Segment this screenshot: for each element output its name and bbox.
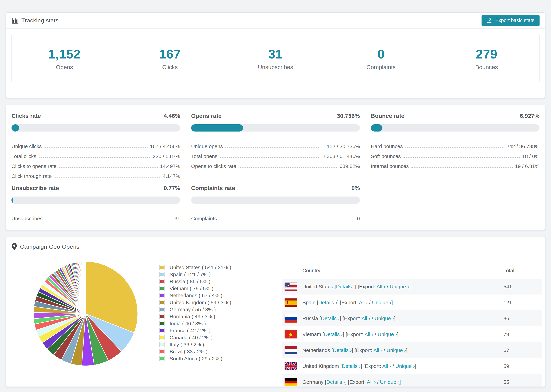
rate-row-value: 18 / 0% bbox=[522, 154, 540, 159]
rate-card-header: Unsubscribe rate 0.77% bbox=[11, 185, 180, 191]
details-link[interactable]: Details › bbox=[333, 347, 352, 353]
legend-item-spain[interactable]: Spain ( 121 / 7% ) bbox=[159, 271, 231, 278]
rate-card-header: Opens rate 30.736% bbox=[191, 112, 360, 119]
legend-item-vietnam[interactable]: Vietnam ( 79 / 5% ) bbox=[159, 285, 231, 292]
export-all-link[interactable]: All › bbox=[365, 331, 373, 337]
rate-row: Soft bounces 18 / 0% bbox=[371, 149, 540, 159]
flag-us-icon bbox=[285, 283, 297, 291]
stat-value: 1,152 bbox=[48, 47, 81, 61]
legend-item-russia[interactable]: Russia ( 86 / 5% ) bbox=[159, 278, 231, 285]
geo-table-row-gb: United Kingdom [Details ›] [Export: All … bbox=[282, 358, 542, 374]
legend-item-france[interactable]: France ( 42 / 2% ) bbox=[159, 327, 231, 334]
export-unique-link[interactable]: Unique › bbox=[387, 347, 406, 353]
export-all-link[interactable]: All › bbox=[373, 347, 382, 353]
export-all-link[interactable]: All › bbox=[367, 379, 376, 385]
rate-row-label: Complaints bbox=[191, 216, 217, 222]
rate-card-header: Clicks rate 4.46% bbox=[11, 112, 180, 119]
legend-swatch bbox=[159, 293, 165, 298]
export-all-link[interactable]: All › bbox=[377, 284, 386, 289]
stat-label: Clicks bbox=[162, 64, 178, 70]
rate-card-header: Complaints rate 0% bbox=[191, 185, 360, 191]
details-link[interactable]: Details › bbox=[326, 379, 345, 385]
stat-cell-bounces: 279 Bounces bbox=[434, 34, 539, 83]
tracking-stats-title: Tracking stats bbox=[21, 17, 58, 24]
details-link[interactable]: Details › bbox=[318, 300, 337, 305]
rate-card-value: 30.736% bbox=[337, 112, 360, 119]
rate-progress-fill bbox=[11, 196, 13, 204]
export-all-link[interactable]: All › bbox=[359, 300, 368, 305]
stat-value: 167 bbox=[159, 47, 181, 61]
campaign-geo-opens-card: Campaign Geo Opens United States ( 541 /… bbox=[6, 237, 545, 387]
dotted-leader bbox=[220, 157, 320, 158]
country-cell: United Kingdom [Details ›] [Export: All … bbox=[302, 363, 416, 369]
export-unique-link[interactable]: Unique › bbox=[372, 300, 391, 305]
details-link[interactable]: Details › bbox=[321, 315, 340, 321]
legend-label: India ( 46 / 3% ) bbox=[170, 321, 206, 327]
dotted-leader bbox=[45, 220, 172, 220]
country-cell: United States [Details ›] [Export: All ›… bbox=[302, 284, 410, 290]
rate-rows: Unique clicks 167 / 4.456% Total clicks … bbox=[11, 139, 180, 179]
export-all-link[interactable]: All › bbox=[361, 315, 370, 321]
export-unique-link[interactable]: Unique › bbox=[378, 331, 397, 337]
rate-row-label: Unique clicks bbox=[11, 143, 42, 149]
country-cell: Vietnam [Details ›] [Export: All › / Uni… bbox=[302, 331, 398, 337]
legend-swatch bbox=[159, 321, 165, 326]
export-unique-link[interactable]: Unique › bbox=[390, 284, 409, 289]
rate-card-value: 4.46% bbox=[164, 112, 180, 119]
rate-card-title: Unsubscribe rate bbox=[11, 185, 59, 191]
export-unique-link[interactable]: Unique › bbox=[380, 379, 399, 385]
legend-label: Brazil ( 33 / 2% ) bbox=[170, 349, 208, 355]
legend-item-united-kingdom[interactable]: United Kingdom ( 59 / 3% ) bbox=[159, 299, 231, 306]
legend-item-india[interactable]: India ( 46 / 3% ) bbox=[159, 320, 231, 327]
rate-card-title: Bounce rate bbox=[371, 112, 404, 119]
stat-cell-clicks: 167 Clicks bbox=[117, 34, 223, 83]
dotted-leader bbox=[239, 167, 337, 168]
legend-label: Vietnam ( 79 / 5% ) bbox=[170, 286, 213, 291]
stat-label: Complaints bbox=[367, 64, 396, 70]
details-link[interactable]: Details › bbox=[324, 331, 343, 337]
rate-row: Unique clicks 167 / 4.456% bbox=[11, 139, 180, 149]
dotted-leader bbox=[44, 147, 148, 148]
legend-swatch bbox=[159, 265, 165, 270]
rate-progress-track bbox=[11, 124, 180, 132]
rate-row-label: Hard bounces bbox=[371, 143, 403, 149]
map-marker-icon bbox=[11, 243, 17, 250]
geo-pie-legend: United States ( 541 / 31% ) Spain ( 121 … bbox=[159, 264, 231, 362]
legend-item-romania[interactable]: Romania ( 49 / 3% ) bbox=[159, 313, 231, 320]
legend-item-south-africa[interactable]: South Africa ( 29 / 2% ) bbox=[159, 355, 231, 362]
rate-card-value: 6.927% bbox=[520, 112, 540, 119]
export-basic-stats-button[interactable]: Export basic stats bbox=[481, 15, 540, 26]
rate-row-label: Total opens bbox=[191, 154, 217, 159]
legend-item-germany[interactable]: Germany ( 55 / 3% ) bbox=[159, 306, 231, 313]
stats-summary-row: 1,152 Opens167 Clicks31 Unsubscribes0 Co… bbox=[11, 34, 540, 83]
rate-progress-fill bbox=[191, 124, 243, 132]
export-unique-link[interactable]: Unique › bbox=[396, 363, 415, 369]
legend-item-brazil[interactable]: Brazil ( 33 / 2% ) bbox=[159, 348, 231, 355]
dotted-leader bbox=[225, 147, 320, 148]
legend-item-united-states[interactable]: United States ( 541 / 31% ) bbox=[159, 264, 231, 271]
legend-swatch bbox=[159, 300, 165, 305]
export-all-link[interactable]: All › bbox=[382, 363, 391, 369]
rates-card: Clicks rate 4.46% Unique clicks 167 / 4.… bbox=[6, 105, 545, 230]
legend-label: United Kingdom ( 59 / 3% ) bbox=[170, 300, 231, 305]
dotted-leader bbox=[219, 220, 354, 220]
bar-chart-icon bbox=[11, 17, 18, 24]
details-link[interactable]: Details › bbox=[342, 363, 360, 369]
rate-row: Hard bounces 242 / 86.738% bbox=[371, 139, 540, 149]
legend-item-canada[interactable]: Canada ( 40 / 2% ) bbox=[159, 334, 231, 341]
stat-cell-complaints: 0 Complaints bbox=[328, 34, 434, 83]
dotted-leader bbox=[411, 167, 513, 168]
export-unique-link[interactable]: Unique › bbox=[374, 315, 394, 321]
legend-label: Spain ( 121 / 7% ) bbox=[170, 272, 211, 277]
rate-row-label: Unsubscribes bbox=[11, 216, 42, 222]
stat-value: 0 bbox=[377, 47, 385, 61]
legend-label: Italy ( 36 / 2% ) bbox=[170, 342, 204, 348]
legend-item-netherlands[interactable]: Netherlands ( 67 / 4% ) bbox=[159, 292, 231, 299]
rate-row-value: 31 bbox=[175, 216, 180, 222]
geo-table-row-es: Spain [Details ›] [Export: All › / Uniqu… bbox=[282, 294, 542, 310]
details-link[interactable]: Details › bbox=[336, 284, 355, 289]
rate-row: Unique opens 1,152 / 30.736% bbox=[191, 139, 360, 149]
legend-item-italy[interactable]: Italy ( 36 / 2% ) bbox=[159, 341, 231, 348]
rate-card-header: Bounce rate 6.927% bbox=[371, 112, 540, 119]
total-cell: 86 bbox=[503, 315, 542, 321]
